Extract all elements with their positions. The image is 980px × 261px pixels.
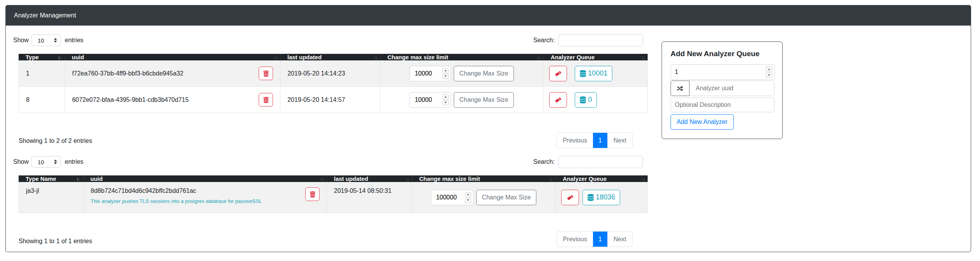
previous-page-button[interactable]: Previous (557, 133, 593, 148)
flush-queue-button[interactable] (549, 92, 567, 108)
description-input[interactable] (671, 98, 774, 112)
database-icon (580, 70, 586, 77)
page-title: Analyzer Management (14, 12, 76, 19)
change-max-size-button[interactable]: Change Max Size (476, 190, 536, 205)
add-new-analyzer-button[interactable]: Add New Analyzer (671, 114, 734, 130)
number-spinner-icon[interactable] (442, 68, 449, 79)
table-row: ja3-jl 8d8b724c71bd4d6c942bffc2bdd761ac … (19, 182, 648, 213)
analyzer-type-input[interactable] (671, 65, 766, 79)
table2-pagination: Previous 1 Next (557, 231, 633, 247)
delete-analyzer-button[interactable] (259, 67, 273, 80)
generate-uuid-button[interactable] (671, 81, 690, 96)
table1-col-type[interactable]: Type ↑↓ (19, 54, 65, 60)
sort-icon: ↑↓ (320, 176, 323, 182)
number-spinner-icon[interactable] (465, 192, 471, 203)
add-panel-title: Add New Analyzer Queue (671, 50, 759, 58)
queue-count: 0 (588, 96, 592, 104)
next-page-button[interactable]: Next (607, 133, 632, 148)
page-number-active[interactable]: 1 (593, 133, 607, 148)
delete-analyzer-button[interactable] (305, 187, 320, 201)
sort-icon: ↑↓ (549, 176, 552, 182)
number-spinner-icon[interactable] (766, 67, 772, 77)
last-updated-cell: 2019-05-14 08:50:31 (327, 182, 412, 213)
analyzer-queue-cell: 0 (543, 87, 647, 113)
description-input-wrap (671, 98, 774, 112)
type-cell: 1 (19, 60, 65, 86)
analyzer-type-table: Type Name ↑↓ uuid ↑↓ last updated ↑↓ Cha… (19, 175, 648, 213)
analyzer-uuid-input-wrap (690, 81, 774, 96)
max-size-input-wrap (410, 92, 451, 108)
queue-count: 10001 (588, 69, 607, 77)
sort-icon: ↑↓ (58, 54, 61, 60)
sort-icon: ↑↓ (373, 54, 377, 60)
last-updated-cell: 2019-05-20 14:14:23 (280, 60, 380, 86)
table1-col-change-max[interactable]: Change max size limit ↑↓ (380, 54, 544, 60)
change-max-cell: Change Max Size (380, 87, 543, 113)
change-max-cell: Change Max Size (380, 60, 543, 86)
sort-icon: ↑↓ (273, 54, 277, 60)
trash-icon (310, 191, 315, 197)
table1-info: Showing 1 to 2 of 2 entries (19, 137, 92, 144)
sort-icon: ↑↓ (537, 54, 540, 60)
sort-icon: ↑↓ (76, 176, 80, 182)
max-size-input[interactable] (410, 93, 442, 107)
uuid-value: f72ea760-37bb-4ff9-bbf3-b6cbde945a32 (72, 70, 183, 77)
uuid-cell: 8d8b724c71bd4d6c942bffc2bdd761ac This an… (84, 182, 327, 213)
queue-count-button[interactable]: 18036 (582, 190, 620, 205)
delete-analyzer-button[interactable] (259, 93, 273, 106)
show-label-2: Show (13, 158, 29, 165)
table2-col-type-name[interactable]: Type Name ↑↓ (19, 175, 83, 182)
uuid-value: 8d8b724c71bd4d6c942bffc2bdd761ac (91, 187, 262, 194)
page-size-select-2[interactable]: 10 (31, 156, 61, 168)
select-caret-icon (54, 38, 57, 43)
trash-icon (263, 70, 269, 77)
analyzer-description: This analyzer pushes TLS sessions into a… (91, 198, 262, 204)
show-label-1: Show (13, 37, 29, 44)
table1-pagination: Previous 1 Next (557, 132, 633, 148)
number-spinner-icon[interactable] (442, 94, 449, 105)
queue-count-button[interactable]: 0 (575, 92, 597, 108)
analyzer-queue-table: Type ↑↓ uuid ↑↓ last updated ↑↓ Change m… (19, 54, 648, 113)
uuid-cell: f72ea760-37bb-4ff9-bbf3-b6cbde945a32 (65, 60, 280, 86)
table2-info: Showing 1 to 1 of 1 entries (19, 238, 92, 245)
uuid-value: 6072e072-bfaa-4395-9bb1-cdb3b470d715 (72, 96, 189, 103)
analyzer-management-card: Analyzer Management Show 10 entries Sear… (5, 5, 971, 252)
table1-col-last-updated[interactable]: last updated ↑↓ (280, 54, 380, 60)
table2-col-change-max[interactable]: Change max size limit ↑↓ (412, 175, 556, 182)
table2-col-last-updated[interactable]: last updated ↑↓ (327, 175, 412, 182)
max-size-input[interactable] (431, 190, 465, 205)
table2-col-queue[interactable]: Analyzer Queue ↑↓ (556, 175, 648, 182)
analyzer-queue-cell: 10001 (543, 60, 647, 86)
page-size-select-1[interactable]: 10 (31, 34, 61, 46)
previous-page-button[interactable]: Previous (557, 232, 593, 247)
max-size-input[interactable] (410, 66, 442, 81)
table2-col-uuid[interactable]: uuid ↑↓ (83, 175, 327, 182)
search-input-2[interactable] (558, 156, 643, 168)
sort-icon: ↑↓ (405, 176, 409, 182)
last-updated-cell: 2019-05-20 14:14:57 (280, 87, 380, 113)
table1-col-uuid[interactable]: uuid ↑↓ (65, 54, 280, 60)
table-row: 8 6072e072-bfaa-4395-9bb1-cdb3b470d715 2… (19, 87, 648, 113)
flush-queue-button[interactable] (561, 190, 579, 205)
uuid-cell: 6072e072-bfaa-4395-9bb1-cdb3b470d715 (65, 87, 280, 113)
flush-queue-button[interactable] (549, 66, 567, 81)
page-number-active[interactable]: 1 (593, 232, 607, 247)
trash-icon (263, 97, 269, 103)
page: Analyzer Management Show 10 entries Sear… (0, 0, 980, 261)
search-input-1[interactable] (558, 34, 643, 46)
eraser-icon (555, 96, 562, 103)
search-label-2: Search: (533, 158, 555, 165)
change-max-size-button[interactable]: Change Max Size (454, 92, 513, 108)
page-size-value: 10 (38, 37, 44, 44)
analyzer-uuid-input[interactable] (690, 81, 774, 96)
max-size-input-wrap (431, 190, 474, 205)
queue-count-button[interactable]: 10001 (575, 66, 612, 81)
sort-icon: ↑↓ (641, 176, 645, 182)
sort-icon: ↑↓ (641, 54, 645, 60)
eraser-icon (567, 194, 574, 201)
database-icon (580, 96, 586, 103)
change-max-size-button[interactable]: Change Max Size (454, 66, 513, 81)
next-page-button[interactable]: Next (607, 232, 632, 247)
search-label-1: Search: (533, 37, 555, 44)
table1-col-queue[interactable]: Analyzer Queue ↑↓ (544, 54, 648, 60)
